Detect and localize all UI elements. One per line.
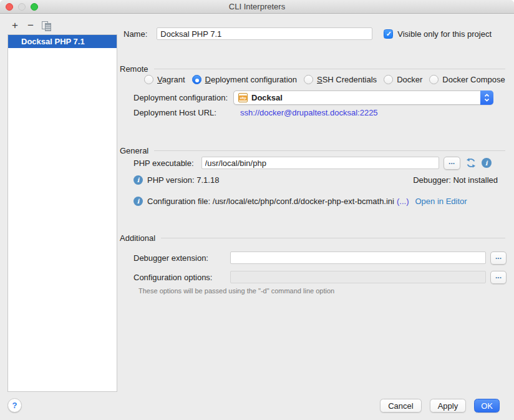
visible-only-checkbox[interactable] [384,29,393,39]
open-in-editor-link[interactable]: Open in Editor [415,197,467,206]
browse-php-executable-button[interactable]: ... [444,157,460,170]
deployment-host-url-label: Deployment Host URL: [133,108,216,117]
configuration-file-more-link[interactable]: (...) [397,197,409,206]
add-interpreter-icon[interactable]: + [11,21,19,31]
section-divider [161,238,505,238]
php-executable-input[interactable] [201,157,439,169]
interpreter-list: Docksal PHP 7.1 [7,34,117,392]
cli-interpreters-dialog: CLI Interpreters + − Docksal PHP 7.1 Nam… [0,0,514,420]
remove-interpreter-icon[interactable]: − [26,21,35,31]
window-title: CLI Interpreters [229,2,285,11]
info-icon: i [133,197,143,206]
radio-circle-icon [384,75,393,84]
radio-label: Docker [397,75,422,84]
list-item-label: Docksal PHP 7.1 [21,37,85,46]
ok-button[interactable]: OK [474,399,500,413]
name-row: Name: Visible only for this project [124,27,492,41]
cancel-button[interactable]: Cancel [380,399,421,413]
radio-ssh-credentials[interactable]: SSH Credentials [304,75,377,84]
radio-docker-compose[interactable]: Docker Compose [429,75,505,84]
radio-deployment-configuration[interactable]: Deployment configuration [192,75,297,84]
general-header-label: General [120,146,148,155]
interpreter-settings-panel: Name: Visible only for this project Remo… [118,14,514,393]
configuration-file-row: i Configuration file: /usr/local/etc/php… [133,196,467,206]
zoom-icon[interactable] [31,3,38,11]
remote-header-label: Remote [120,64,148,74]
radio-circle-icon [192,75,201,84]
debugger-status-text: Debugger: Not installed [413,175,498,185]
name-input[interactable] [157,27,372,40]
section-divider [154,69,505,69]
minimize-icon [18,3,26,11]
radio-label: Deployment configuration [205,75,297,84]
radio-circle-icon [304,75,313,84]
duplicate-interpreter-icon[interactable] [42,21,51,31]
deployment-configuration-select[interactable]: sftp Docksal [233,90,493,105]
radio-circle-icon [144,75,153,84]
radio-label: SSH Credentials [317,75,377,84]
configuration-options-label: Configuration options: [133,273,212,282]
apply-button[interactable]: Apply [430,399,467,413]
info-icon: i [133,175,143,185]
list-item-docksal-php[interactable]: Docksal PHP 7.1 [8,35,117,48]
close-icon[interactable] [6,3,13,11]
debugger-extension-input[interactable] [230,252,486,264]
configuration-file-text: Configuration file: /usr/local/etc/php/c… [147,197,394,206]
php-executable-row: PHP executable: ... i [133,156,492,170]
section-divider [154,150,505,151]
radio-vagrant[interactable]: Vagrant [144,75,185,84]
dialog-footer: ? Cancel Apply OK [0,393,514,420]
debugger-extension-row: Debugger extension: ... [133,251,208,265]
browse-configuration-options-button[interactable]: ... [490,271,507,284]
configuration-options-row: Configuration options: ... [133,270,212,284]
remote-section-header: Remote [120,64,505,74]
php-version-row: i PHP version: 7.1.18 Debugger: Not inst… [133,175,498,185]
deployment-configuration-label: Deployment configuration: [133,93,228,102]
help-button[interactable]: ? [7,398,22,413]
traffic-lights [6,3,38,11]
php-version-text: PHP version: 7.1.18 [147,175,219,185]
sftp-server-icon: sftp [238,93,248,102]
radio-label: Docker Compose [442,75,505,84]
general-section-header: General [120,145,505,155]
visible-only-label: Visible only for this project [397,29,492,39]
help-icon: ? [12,401,17,410]
debugger-extension-label: Debugger extension: [133,253,208,263]
titlebar: CLI Interpreters [0,0,514,14]
name-label: Name: [124,29,147,39]
combo-stepper-icon[interactable] [480,90,493,105]
radio-docker[interactable]: Docker [384,75,422,84]
show-phpinfo-icon[interactable]: i [482,158,492,168]
footer-buttons: Cancel Apply OK [380,399,500,413]
browse-debugger-extension-button[interactable]: ... [490,252,507,265]
deployment-host-url-row: Deployment Host URL: ssh://docker@drupal… [133,107,216,118]
interpreter-list-toolbar: + − [11,19,51,32]
radio-label: Vagrant [157,75,185,84]
additional-header-label: Additional [120,233,155,243]
configuration-options-input[interactable] [230,271,486,283]
options-note-text: These options will be passed using the "… [138,287,334,295]
deployment-configuration-row: Deployment configuration: sftp Docksal [133,90,493,105]
remote-type-radio-group: Vagrant Deployment configuration SSH Cre… [144,74,514,85]
radio-circle-icon [429,75,439,84]
php-executable-label: PHP executable: [133,159,194,168]
reload-phpinfo-icon[interactable] [466,158,476,168]
deployment-host-url-value: ssh://docker@drupaltest.docksal:2225 [240,108,378,117]
deployment-configuration-value: Docksal [251,93,283,102]
additional-section-header: Additional [120,233,505,243]
